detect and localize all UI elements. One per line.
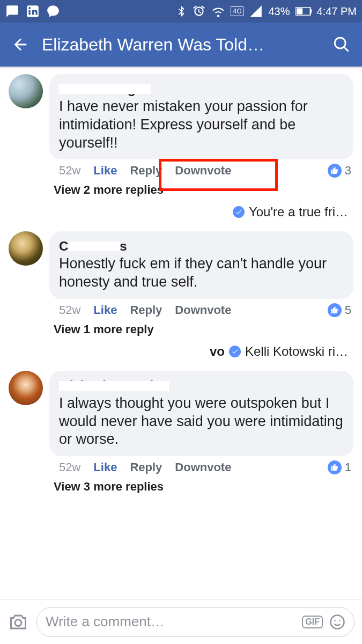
verified-check-icon <box>229 346 241 357</box>
like-button[interactable]: Like <box>93 164 117 178</box>
clock: 4:47 PM <box>317 5 357 18</box>
timestamp: 52w <box>59 164 80 178</box>
search-icon <box>333 35 351 54</box>
reaction-count[interactable]: 5 <box>328 303 351 317</box>
comment-actions: 52w Like Reply Downvote 5 <box>49 299 353 317</box>
verified-check-icon <box>233 206 245 218</box>
like-icon <box>328 303 342 317</box>
alarm-icon <box>192 4 206 18</box>
reply-button[interactable]: Reply <box>130 460 162 474</box>
back-button[interactable] <box>10 34 31 55</box>
comment-actions: 52w Like Reply Downvote 3 <box>49 159 353 178</box>
view-more-replies[interactable]: View 3 more replies <box>0 474 362 494</box>
svg-point-6 <box>335 38 345 48</box>
avatar[interactable] <box>9 371 43 405</box>
compose-bar: Write a comment… GIF <box>0 599 362 644</box>
battery-pct: 43% <box>268 5 290 18</box>
svg-rect-4 <box>310 9 312 13</box>
svg-point-8 <box>15 619 21 626</box>
reply-preview-prefix: vo <box>210 344 225 359</box>
reaction-count[interactable]: 3 <box>328 164 351 178</box>
network-4g-label: 4G <box>231 6 243 16</box>
gif-button[interactable]: GIF <box>302 616 323 628</box>
reaction-count[interactable]: 1 <box>328 460 351 474</box>
page-title: Elizabeth Warren Was Told… <box>42 35 320 55</box>
bluetooth-icon <box>176 4 187 18</box>
commenter-name[interactable]: C…………s <box>59 239 127 254</box>
downvote-button[interactable]: Downvote <box>175 164 231 178</box>
status-left <box>5 4 60 18</box>
view-more-replies[interactable]: View 1 more reply <box>0 317 362 336</box>
status-right: 4G 43% 4:47 PM <box>176 4 357 18</box>
timestamp: 52w <box>59 460 80 474</box>
svg-rect-1 <box>28 10 30 15</box>
comment-item: Peter D. Hagen I have never mistaken you… <box>0 67 362 178</box>
camera-icon <box>9 612 28 632</box>
comment-bubble[interactable]: Michael VanAuker I always thought you we… <box>49 371 353 456</box>
svg-rect-5 <box>296 8 302 14</box>
avatar[interactable] <box>9 231 43 266</box>
svg-point-9 <box>331 615 344 628</box>
status-bar: 4G 43% 4:47 PM <box>0 0 362 23</box>
comment-bubble[interactable]: C…………s Honestly fuck em if they can't ha… <box>49 231 353 299</box>
speech-icon <box>46 4 60 18</box>
like-button[interactable]: Like <box>93 303 117 317</box>
comment-text: I have never mistaken your passion for i… <box>59 98 344 152</box>
like-button[interactable]: Like <box>93 460 117 474</box>
like-icon <box>328 164 342 178</box>
downvote-button[interactable]: Downvote <box>175 303 231 317</box>
svg-line-7 <box>344 47 349 52</box>
signal-icon <box>249 4 263 18</box>
like-icon <box>328 460 342 474</box>
comments-feed: Peter D. Hagen I have never mistaken you… <box>0 67 362 644</box>
commenter-name[interactable]: Michael VanAuker <box>59 378 169 393</box>
comment-bubble[interactable]: Peter D. Hagen I have never mistaken you… <box>49 74 353 159</box>
timestamp: 52w <box>59 303 80 317</box>
comment-placeholder: Write a comment… <box>46 613 165 630</box>
reply-preview[interactable]: You're a true fri… <box>0 197 362 224</box>
app-bar: Elizabeth Warren Was Told… <box>0 23 362 67</box>
reply-preview[interactable]: vo Kelli Kotowski ri… <box>0 336 362 363</box>
linkedin-icon <box>26 4 40 18</box>
svg-point-11 <box>339 620 341 621</box>
svg-point-2 <box>28 7 31 9</box>
view-more-replies[interactable]: View 2 more replies <box>0 178 362 197</box>
comment-text: I always thought you were outspoken but … <box>59 394 344 449</box>
comment-actions: 52w Like Reply Downvote 1 <box>49 456 353 474</box>
avatar[interactable] <box>9 74 43 108</box>
commenter-name[interactable]: Peter D. Hagen <box>59 82 151 97</box>
comment-text: Honestly fuck em if they can't handle yo… <box>59 255 344 291</box>
wifi-icon <box>211 4 225 18</box>
comment-input[interactable]: Write a comment… GIF <box>36 607 354 637</box>
reply-button[interactable]: Reply <box>130 164 162 178</box>
comment-item: C…………s Honestly fuck em if they can't ha… <box>0 224 362 317</box>
arrow-left-icon <box>11 35 29 54</box>
reply-button[interactable]: Reply <box>130 303 162 317</box>
reply-preview-text: Kelli Kotowski ri… <box>245 344 348 359</box>
reply-preview-text: You're a true fri… <box>249 204 348 219</box>
camera-button[interactable] <box>8 611 29 633</box>
chat-bubble-icon <box>5 4 19 18</box>
smiley-icon[interactable] <box>329 614 345 630</box>
downvote-button[interactable]: Downvote <box>175 460 231 474</box>
comment-item: Michael VanAuker I always thought you we… <box>0 363 362 474</box>
battery-icon <box>295 7 312 16</box>
svg-point-10 <box>334 620 336 621</box>
search-button[interactable] <box>331 34 352 55</box>
